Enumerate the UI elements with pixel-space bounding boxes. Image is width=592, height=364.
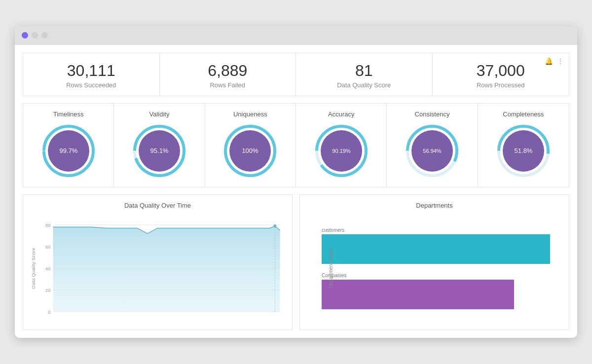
metric-value-data-quality-score: 81 bbox=[301, 62, 427, 79]
metrics-row: 🔔 ⋮ 30,111 Rows Succeeded 6,889 Rows Fai… bbox=[23, 53, 569, 96]
svg-text:51.8%: 51.8% bbox=[514, 147, 532, 154]
gauge-title-consistency: Consistency bbox=[391, 110, 473, 118]
window-dot-2[interactable] bbox=[32, 32, 38, 38]
bar-label-customers: customers bbox=[322, 227, 562, 233]
gauge-container-consistency: 56.94% bbox=[391, 124, 473, 178]
bar-chart-title: Departments bbox=[307, 202, 562, 209]
svg-text:90.19%: 90.19% bbox=[332, 148, 351, 154]
gauge-title-timeliness: Timeliness bbox=[27, 110, 110, 118]
svg-text:100%: 100% bbox=[242, 147, 259, 154]
metric-label-rows-failed: Rows Failed bbox=[165, 81, 291, 89]
window-dot-3[interactable] bbox=[41, 32, 48, 38]
gauge-svg-consistency: 56.94% bbox=[405, 124, 459, 178]
top-icons: 🔔 ⋮ bbox=[545, 57, 564, 65]
gauge-title-uniqueness: Uniqueness bbox=[209, 110, 292, 118]
gauge-container-uniqueness: 100% bbox=[209, 124, 292, 178]
line-chart-card: Data Quality Over Time 0 20 40 60 bbox=[23, 194, 293, 330]
svg-text:80: 80 bbox=[45, 222, 50, 228]
metric-card-data-quality-score: 81 Data Quality Score bbox=[296, 53, 433, 96]
gauge-container-validity: 95.1% bbox=[118, 124, 200, 178]
bar-chart-area: Department Name customers Companies bbox=[307, 214, 562, 323]
gauge-svg-timeliness: 99.7% bbox=[41, 124, 96, 178]
bar-group-customers: customers bbox=[322, 227, 562, 264]
gauge-card-completeness: Completeness 51.8% bbox=[478, 104, 569, 187]
gauge-title-accuracy: Accuracy bbox=[300, 110, 382, 118]
gauge-container-timeliness: 99.7% bbox=[27, 124, 110, 178]
metric-label-rows-processed: Rows Processed bbox=[438, 81, 564, 89]
gauge-svg-validity: 95.1% bbox=[132, 124, 186, 178]
app-window: 🔔 ⋮ 30,111 Rows Succeeded 6,889 Rows Fai… bbox=[15, 26, 577, 338]
metric-card-rows-succeeded: 30,111 Rows Succeeded bbox=[23, 53, 160, 96]
gauge-card-accuracy: Accuracy 90.19% bbox=[296, 104, 387, 187]
svg-text:Data Quality Score: Data Quality Score bbox=[31, 248, 37, 289]
line-chart-area: 0 20 40 60 80 Data Quality Score bbox=[30, 214, 285, 323]
line-chart-svg: 0 20 40 60 80 Data Quality Score bbox=[30, 214, 285, 323]
svg-text:40: 40 bbox=[45, 266, 50, 271]
gauge-card-consistency: Consistency 56.94% bbox=[387, 104, 478, 187]
svg-text:60: 60 bbox=[45, 244, 50, 250]
gauge-row: Timeliness 99.7% Validity bbox=[23, 103, 569, 187]
gauge-card-validity: Validity 95.1% bbox=[114, 104, 205, 187]
metric-card-rows-failed: 6,889 Rows Failed bbox=[160, 53, 296, 96]
metric-label-rows-succeeded: Rows Succeeded bbox=[28, 81, 154, 89]
svg-text:99.7%: 99.7% bbox=[59, 147, 77, 154]
gauge-svg-accuracy: 90.19% bbox=[314, 124, 369, 178]
svg-text:20: 20 bbox=[45, 288, 50, 293]
gauge-title-validity: Validity bbox=[118, 110, 200, 118]
metric-value-rows-succeeded: 30,111 bbox=[28, 62, 154, 79]
charts-row: Data Quality Over Time 0 20 40 60 bbox=[23, 194, 569, 330]
gauge-svg-uniqueness: 100% bbox=[223, 124, 277, 178]
gauge-card-uniqueness: Uniqueness 100% bbox=[205, 104, 296, 187]
titlebar bbox=[15, 26, 577, 45]
gauge-svg-completeness: 51.8% bbox=[496, 124, 551, 178]
bar-track-customers bbox=[322, 234, 550, 264]
bar-group-companies: Companies bbox=[322, 273, 562, 309]
menu-icon[interactable]: ⋮ bbox=[557, 57, 564, 65]
bell-icon[interactable]: 🔔 bbox=[545, 57, 553, 65]
gauge-title-completeness: Completeness bbox=[482, 110, 565, 118]
gauge-card-timeliness: Timeliness 99.7% bbox=[23, 104, 114, 187]
gauge-container-accuracy: 90.19% bbox=[300, 124, 382, 178]
dept-y-label: Department Name bbox=[328, 248, 333, 289]
gauge-container-completeness: 51.8% bbox=[482, 124, 565, 178]
svg-text:56.94%: 56.94% bbox=[423, 148, 442, 154]
bar-chart-card: Departments Department Name customers Co… bbox=[299, 194, 569, 330]
dashboard: 🔔 ⋮ 30,111 Rows Succeeded 6,889 Rows Fai… bbox=[15, 45, 577, 338]
bar-label-companies: Companies bbox=[322, 273, 562, 278]
window-dot-1[interactable] bbox=[22, 32, 28, 38]
metric-value-rows-failed: 6,889 bbox=[165, 62, 291, 79]
svg-text:95.1%: 95.1% bbox=[150, 147, 169, 154]
bar-track-companies bbox=[322, 280, 514, 309]
line-chart-title: Data Quality Over Time bbox=[30, 202, 285, 209]
metric-label-data-quality-score: Data Quality Score bbox=[301, 81, 427, 89]
svg-text:0: 0 bbox=[48, 309, 50, 315]
